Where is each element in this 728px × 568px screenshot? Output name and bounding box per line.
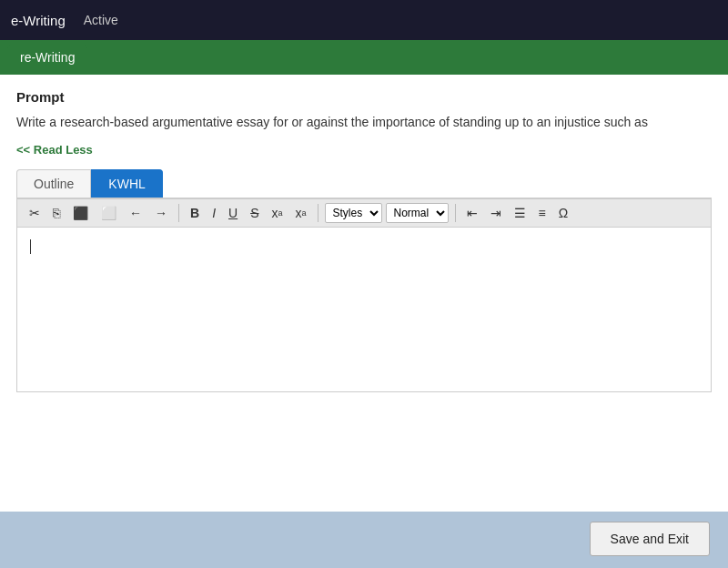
styles-select[interactable]: Styles — [325, 203, 382, 223]
redo-button[interactable]: → — [150, 203, 172, 223]
indent-decrease-button[interactable]: ⇤ — [462, 203, 482, 223]
paste-text-button[interactable]: ⬜ — [96, 203, 121, 223]
second-nav-tab[interactable]: re-Writing — [7, 45, 87, 70]
prompt-text: Write a research-based argumentative ess… — [16, 114, 712, 132]
underline-button[interactable]: U — [224, 203, 242, 223]
tab-outline[interactable]: Outline — [16, 169, 91, 198]
toolbar-sep-2 — [318, 204, 318, 222]
bold-button[interactable]: B — [186, 203, 204, 223]
app-name: e-Writing — [11, 13, 66, 28]
toolbar-sep-1 — [178, 204, 179, 222]
copy-button[interactable]: ⎘ — [48, 203, 65, 223]
main-content: Prompt Write a research-based argumentat… — [0, 75, 728, 512]
tab-kwhl[interactable]: KWHL — [91, 169, 162, 198]
toolbar-sep-3 — [455, 204, 456, 222]
status-label: Active — [84, 13, 118, 27]
read-less-link[interactable]: << Read Less — [16, 143, 93, 157]
editor-toolbar: ✂ ⎘ ⬛ ⬜ ← → B I U S xa xa Styles Normal … — [17, 199, 711, 228]
editor-body[interactable] — [17, 228, 711, 391]
text-cursor — [30, 239, 31, 254]
second-nav: re-Writing — [0, 40, 728, 75]
strikethrough-button[interactable]: S — [246, 203, 263, 223]
editor-tabs: Outline KWHL — [16, 169, 712, 199]
paste-button[interactable]: ⬛ — [68, 203, 93, 223]
italic-button[interactable]: I — [207, 203, 220, 223]
indent-increase-button[interactable]: ⇥ — [486, 203, 506, 223]
editor-container: ✂ ⎘ ⬛ ⬜ ← → B I U S xa xa Styles Normal … — [16, 199, 712, 392]
save-exit-button[interactable]: Save and Exit — [590, 522, 710, 556]
format-select[interactable]: Normal — [386, 203, 449, 223]
list-button[interactable]: ☰ — [510, 203, 531, 223]
top-nav: e-Writing Active — [0, 0, 728, 40]
superscript-button[interactable]: xa — [291, 203, 311, 223]
prompt-title: Prompt — [16, 89, 712, 105]
ordered-list-button[interactable]: ≡ — [534, 203, 551, 223]
bottom-bar: Save and Exit — [0, 512, 728, 566]
special-char-button[interactable]: Ω — [554, 203, 572, 223]
cut-button[interactable]: ✂ — [25, 203, 45, 223]
subscript-button[interactable]: xa — [267, 203, 287, 223]
undo-button[interactable]: ← — [125, 203, 147, 223]
